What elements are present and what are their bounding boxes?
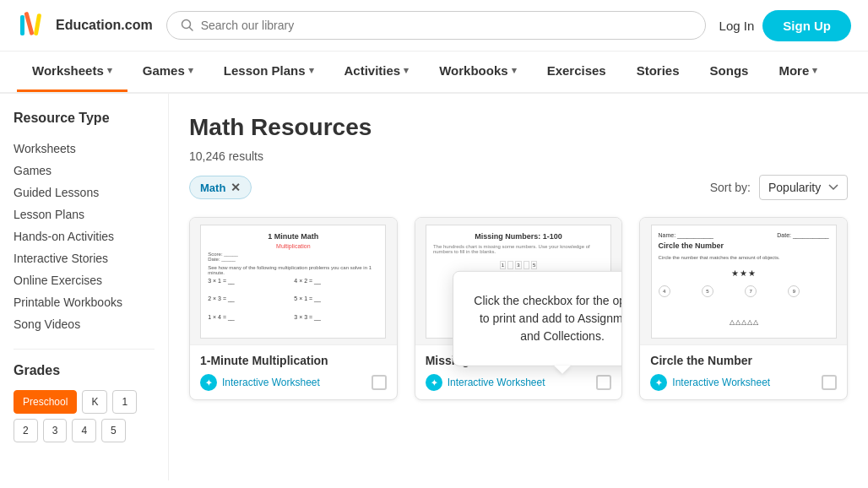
sidebar-item-interactive-stories[interactable]: Interactive Stories	[14, 247, 155, 269]
interactive-icon-2: ✦	[426, 374, 442, 391]
nav-label-songs: Songs	[710, 63, 749, 78]
chevron-down-icon: ▾	[107, 65, 112, 76]
ws-subtitle-1: Multiplication	[208, 243, 378, 249]
search-input[interactable]	[201, 19, 692, 32]
card-type-row-3: ✦ Interactive Worksheet	[650, 374, 837, 391]
tooltip-text: Click the checkbox for the options to pr…	[470, 291, 622, 344]
interactive-icon-3: ✦	[650, 374, 667, 391]
svg-rect-2	[34, 14, 41, 35]
page-title: Math Resources	[189, 114, 848, 141]
sort-label: Sort by:	[710, 181, 751, 194]
nav-item-worksheets[interactable]: Worksheets ▾	[17, 52, 127, 92]
mn-subtitle: The hundreds chart is missing some numbe…	[433, 244, 604, 254]
sidebar-item-lesson-plans[interactable]: Lesson Plans	[14, 203, 155, 225]
sort-select[interactable]: Popularity Newest A-Z	[759, 175, 848, 200]
cards-grid: 1 Minute Math Multiplication Score: ____…	[189, 217, 848, 400]
card-footer-1: 1-Minute Multiplication ✦ Interactive Wo…	[190, 344, 397, 399]
grade-btn-preschool[interactable]: Preschool	[14, 390, 77, 414]
card-title-3: Circle the Number	[650, 354, 837, 367]
nav-label-more: More	[778, 63, 809, 78]
cn-cell[interactable]: 9	[788, 285, 800, 297]
sidebar-item-worksheets[interactable]: Worksheets	[14, 138, 155, 160]
nav-item-songs[interactable]: Songs	[695, 52, 764, 92]
grade-btn-1[interactable]: 1	[112, 390, 137, 414]
sidebar-item-guided-lessons[interactable]: Guided Lessons	[14, 182, 155, 203]
grade-buttons: Preschool K 1 2 3 4 5	[14, 390, 155, 442]
filter-tag-label: Math	[200, 182, 225, 194]
results-count: 10,246 results	[189, 149, 848, 163]
card-type-3: ✦ Interactive Worksheet	[650, 374, 770, 391]
nav-item-more[interactable]: More ▾	[763, 52, 833, 92]
card-missing-numbers: Missing Numbers: 1-100 The hundreds char…	[415, 217, 623, 400]
sign-up-button[interactable]: Sign Up	[762, 10, 851, 41]
resource-type-title: Resource Type	[14, 111, 155, 126]
logo[interactable]: Education.com	[17, 8, 153, 42]
search-bar[interactable]	[166, 11, 706, 40]
cn-cell[interactable]: 5	[702, 285, 713, 297]
grade-btn-5[interactable]: 5	[101, 419, 126, 442]
nav-item-exercises[interactable]: Exercises	[532, 52, 621, 92]
card-type-label-1: Interactive Worksheet	[222, 377, 320, 388]
ws-rows-1: 3 × 1 = __ 4 × 2 = __ 2 × 3 = __ 5 × 1 =…	[208, 278, 378, 331]
nav-label-stories: Stories	[637, 63, 680, 78]
cn-cell[interactable]: 7	[745, 285, 757, 297]
cn-body: ★ ★ ★ 4 5 7 9 △ △ △	[659, 263, 829, 331]
nav-label-lesson-plans: Lesson Plans	[224, 63, 306, 78]
filter-tag-close-icon[interactable]: ✕	[231, 181, 241, 194]
svg-rect-1	[24, 12, 34, 35]
sidebar-item-workbooks[interactable]: Printable Workbooks	[14, 291, 155, 313]
mn-title: Missing Numbers: 1-100	[475, 232, 562, 241]
nav-item-workbooks[interactable]: Workbooks ▾	[424, 52, 531, 92]
card-type-2: ✦ Interactive Worksheet	[426, 374, 545, 391]
nav-label-games: Games	[143, 63, 185, 78]
card-image-3: Name: ___________ Date: ___________ Circ…	[640, 218, 847, 344]
sidebar-item-hands-on[interactable]: Hands-on Activities	[14, 225, 155, 247]
content-area: Math Resources 10,246 results Math ✕ Sor…	[169, 94, 868, 480]
chevron-down-icon: ▾	[309, 65, 314, 76]
cn-title: Circle the Number	[659, 241, 829, 250]
grades-title: Grades	[14, 363, 155, 378]
chevron-down-icon: ▾	[512, 65, 517, 76]
svg-rect-0	[20, 15, 24, 35]
worksheet-preview-1: 1 Minute Math Multiplication Score: ____…	[200, 225, 386, 339]
card-type-1: ✦ Interactive Worksheet	[200, 374, 320, 391]
card-type-label-2: Interactive Worksheet	[448, 377, 545, 388]
sidebar-divider	[14, 349, 155, 350]
card-circle-number: Name: ___________ Date: ___________ Circ…	[639, 217, 848, 400]
cn-header: Name: ___________ Date: ___________	[659, 232, 829, 238]
nav-label-workbooks: Workbooks	[439, 63, 507, 78]
active-filter-tag[interactable]: Math ✕	[189, 176, 252, 199]
nav-item-lesson-plans[interactable]: Lesson Plans ▾	[209, 52, 329, 92]
tooltip-overlay: ✕ Click the checkbox for the options to …	[453, 270, 622, 366]
sidebar-item-games[interactable]: Games	[14, 160, 155, 182]
nav-label-activities: Activities	[344, 63, 401, 78]
log-in-button[interactable]: Log In	[719, 19, 755, 33]
grade-btn-k[interactable]: K	[82, 390, 107, 414]
grade-btn-3[interactable]: 3	[43, 419, 68, 442]
cn-instruction: Circle the number that matches the amoun…	[659, 255, 829, 260]
card-type-row-2: ✦ Interactive Worksheet	[426, 374, 612, 391]
cn-cell[interactable]: 4	[659, 285, 670, 297]
card-image-1: 1 Minute Math Multiplication Score: ____…	[190, 218, 397, 344]
filter-tags: Math ✕	[189, 176, 252, 199]
filter-row: Math ✕ Sort by: Popularity Newest A-Z	[189, 175, 848, 200]
header: Education.com Log In Sign Up	[0, 0, 868, 52]
nav-item-stories[interactable]: Stories	[621, 52, 695, 92]
search-icon	[181, 19, 194, 32]
card-footer-3: Circle the Number ✦ Interactive Workshee…	[640, 344, 847, 399]
card-checkbox-2[interactable]	[596, 375, 611, 390]
nav-item-games[interactable]: Games ▾	[127, 52, 209, 92]
sidebar-item-song-videos[interactable]: Song Videos	[14, 313, 155, 335]
card-type-label-3: Interactive Worksheet	[672, 377, 770, 388]
chevron-down-icon: ▾	[188, 65, 193, 76]
nav-label-exercises: Exercises	[547, 63, 606, 78]
sidebar-item-online-exercises[interactable]: Online Exercises	[14, 269, 155, 291]
card-checkbox-3[interactable]	[822, 375, 837, 390]
nav-item-activities[interactable]: Activities ▾	[329, 52, 425, 92]
main-layout: Resource Type Worksheets Games Guided Le…	[0, 94, 868, 480]
card-type-row-1: ✦ Interactive Worksheet	[200, 374, 387, 391]
chevron-down-icon: ▾	[404, 65, 409, 76]
grade-btn-4[interactable]: 4	[72, 419, 96, 442]
card-checkbox-1[interactable]	[372, 375, 387, 390]
grade-btn-2[interactable]: 2	[14, 419, 38, 442]
